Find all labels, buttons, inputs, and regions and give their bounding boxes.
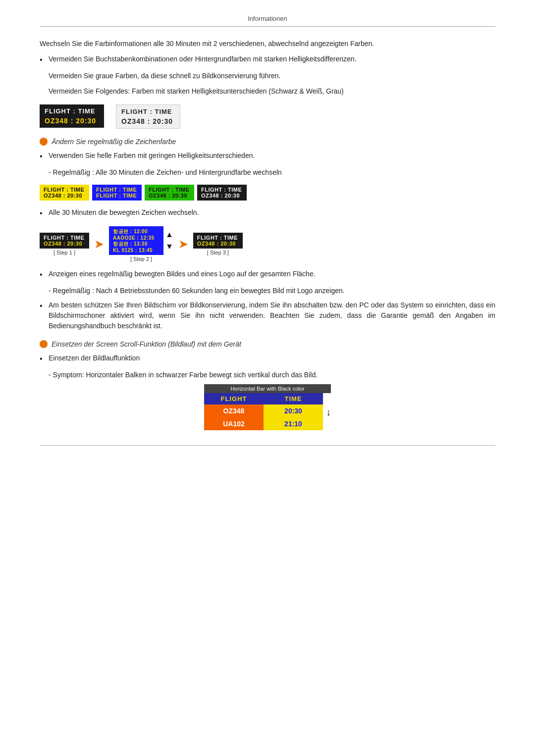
step1-container: FLIGHT : TIME OZ348 : 20:30 [ Step 1 ]: [40, 233, 89, 255]
cb2-row2: FLIGHT : TIME: [96, 193, 138, 199]
hbar-header-time: TIME: [264, 393, 323, 404]
list-content-1: Vermeiden Sie Buchstabenkombinationen od…: [49, 54, 495, 64]
step3-container: FLIGHT : TIME OZ348 : 20:30 [ Step 3 ]: [193, 233, 243, 255]
list-item-5: • Am besten schützen Sie Ihren Bildschir…: [40, 300, 495, 331]
arrow-icon-2: ➤: [178, 237, 188, 251]
list-content-6: Einsetzen der Bildlauffunktion: [49, 353, 495, 363]
cb3-row2: OZ348 : 20:30: [149, 193, 190, 199]
section-heading-label-2: Einsetzen der Screen Scroll-Funktion (Bi…: [52, 340, 241, 348]
arrow-up-icon: ▲: [165, 230, 173, 239]
hbar-cell-ua102: UA102: [204, 417, 264, 430]
cb1-row1: FLIGHT : TIME: [44, 187, 85, 193]
orange-circle-icon: [40, 138, 48, 146]
bullet-3: •: [40, 207, 49, 219]
sub-note-2: - Regelmäßig : Nach 4 Betriebsstunden 60…: [49, 286, 495, 296]
hbar-table: FLIGHT TIME OZ348 20:30 UA102 21:10: [204, 393, 323, 430]
step2-row4: KL 0125 : 13:45: [113, 248, 160, 253]
color-box-3: FLIGHT : TIME OZ348 : 20:30: [145, 185, 194, 201]
page: Informationen Wechseln Sie die Farbinfor…: [0, 0, 535, 475]
hbar-header-row: FLIGHT TIME: [204, 393, 323, 404]
hbar-cell-2030: 20:30: [264, 404, 323, 417]
cb1-row2: OZ348 : 20:30: [44, 193, 85, 199]
para-avoid: Vermeiden Sie Folgendes: Farben mit star…: [49, 86, 495, 97]
list-item-2: • Verwenden Sie helle Farben mit geringe…: [40, 151, 495, 162]
color-box-4: FLIGHT : TIME OZ348 : 20:30: [197, 185, 247, 201]
list-item-4: • Anzeigen eines regelmäßig bewegten Bil…: [40, 269, 495, 281]
hbar-title: Horizontal Bar with Black color: [204, 384, 331, 393]
flight-dark-row2: OZ348 : 20:30: [45, 117, 99, 125]
list-content-5: Am besten schützen Sie Ihren Bildschirm …: [49, 300, 495, 331]
hbar-header-flight: FLIGHT: [204, 393, 264, 404]
step3-box: FLIGHT : TIME OZ348 : 20:30: [193, 233, 243, 249]
list-item-6: • Einsetzen der Bildlauffunktion: [40, 353, 495, 365]
step1-row2: OZ348 : 20:30: [44, 241, 85, 247]
cb4-row1: FLIGHT : TIME: [201, 187, 243, 193]
step3-row2: OZ348 : 20:30: [197, 241, 239, 247]
bullet-2: •: [40, 151, 49, 162]
step3-row1: FLIGHT : TIME: [197, 235, 239, 241]
orange-circle-icon-2: [40, 340, 48, 348]
flight-demo-row-1: FLIGHT : TIME OZ348 : 20:30 FLIGHT : TIM…: [40, 104, 495, 129]
arrow-down-icon: ▼: [165, 242, 173, 251]
list-content-4: Anzeigen eines regelmäßig bewegten Bilde…: [49, 269, 495, 279]
intro-paragraph: Wechseln Sie die Farbinformationen alle …: [40, 39, 495, 49]
flight-light-row2: OZ348 : 20:30: [121, 117, 175, 125]
step2-box: 항공편 : 12:00 AAOO2E : 12:35 항공편 : 13:30 K…: [109, 226, 163, 255]
cb4-row2: OZ348 : 20:30: [201, 193, 243, 199]
hbar-cell-oz348: OZ348: [204, 404, 264, 417]
color-box-2: FLIGHT : TIME FLIGHT : TIME: [92, 185, 142, 201]
page-divider: [40, 445, 495, 446]
list-content-3: Alle 30 Minuten die bewegten Zeichen wec…: [49, 207, 495, 218]
step-diagram-row: FLIGHT : TIME OZ348 : 20:30 [ Step 1 ] ➤…: [40, 226, 495, 262]
step1-row1: FLIGHT : TIME: [44, 235, 85, 241]
list-content-2: Verwenden Sie helle Farben mit geringen …: [49, 151, 495, 161]
step1-label: [ Step 1 ]: [54, 250, 75, 255]
hbar-row-2: UA102 21:10: [204, 417, 323, 430]
section-heading-label-1: Ändern Sie regelmäßig die Zeichenfarbe: [52, 138, 176, 146]
hbar-row-1: OZ348 20:30: [204, 404, 323, 417]
cb3-row1: FLIGHT : TIME: [149, 187, 190, 193]
step2-label: [ Step 2 ]: [130, 256, 152, 262]
hbar-down-arrow-icon: ↓: [326, 407, 331, 417]
section-heading-2: Einsetzen der Screen Scroll-Funktion (Bi…: [40, 340, 495, 348]
bullet-4: •: [40, 269, 49, 281]
step2-row1: 항공편 : 12:00: [113, 228, 160, 235]
section-heading-1: Ändern Sie regelmäßig die Zeichenfarbe: [40, 138, 495, 146]
color-demo-row: FLIGHT : TIME OZ348 : 20:30 FLIGHT : TIM…: [40, 185, 495, 201]
step1-box: FLIGHT : TIME OZ348 : 20:30: [40, 233, 89, 249]
flight-box-light: FLIGHT : TIME OZ348 : 20:30: [116, 104, 180, 129]
hbar-wrapper: Horizontal Bar with Black color FLIGHT T…: [40, 384, 495, 430]
list-item-3: • Alle 30 Minuten die bewegten Zeichen w…: [40, 207, 495, 219]
bullet-6: •: [40, 353, 49, 365]
page-header: Informationen: [40, 15, 495, 27]
hbar-cell-2110: 21:10: [264, 417, 323, 430]
arrow-icon-1: ➤: [94, 237, 104, 251]
step2-container: 항공편 : 12:00 AAOO2E : 12:35 항공편 : 13:30 K…: [109, 226, 173, 262]
bullet-5: •: [40, 300, 49, 312]
sub-note-1: - Regelmäßig : Alle 30 Minuten die Zeich…: [49, 167, 495, 178]
step2-row3: 항공편 : 13:30: [113, 241, 160, 248]
sub-note-3: - Symptom: Horizontaler Balken in schwar…: [49, 370, 495, 380]
list-item-1: • Vermeiden Sie Buchstabenkombinationen …: [40, 54, 495, 66]
hbar-container: Horizontal Bar with Black color FLIGHT T…: [204, 384, 331, 430]
color-box-1: FLIGHT : TIME OZ348 : 20:30: [40, 185, 89, 201]
hbar-arrow-area: ↓: [323, 393, 331, 430]
step2-arrows: ▲ ▼: [165, 230, 173, 251]
flight-light-row1: FLIGHT : TIME: [121, 108, 175, 115]
bullet-1: •: [40, 54, 49, 66]
flight-dark-row1: FLIGHT : TIME: [45, 107, 99, 115]
step2-row2: AAOO2E : 12:35: [113, 235, 160, 241]
step3-label: [ Step 3 ]: [207, 250, 229, 255]
cb2-row1: FLIGHT : TIME: [96, 187, 138, 193]
page-title: Informationen: [248, 15, 287, 22]
flight-box-dark: FLIGHT : TIME OZ348 : 20:30: [40, 104, 104, 128]
para-gray: Vermeiden Sie graue Farben, da diese sch…: [49, 71, 495, 81]
